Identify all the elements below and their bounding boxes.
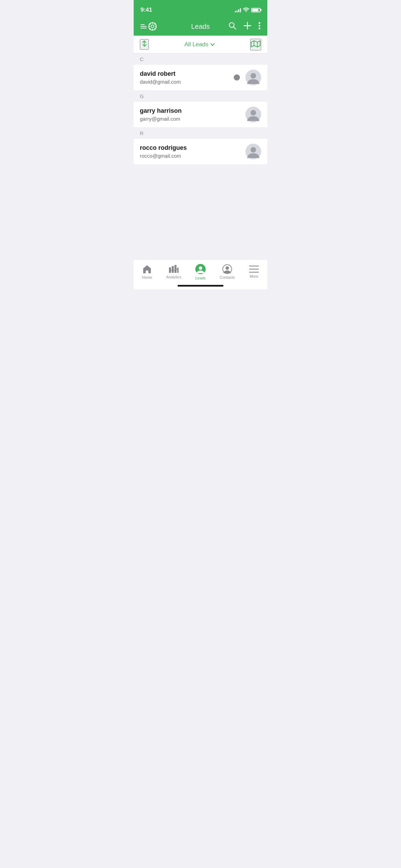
avatar-icon bbox=[245, 107, 261, 122]
nav-label-contacts: Contacts bbox=[220, 275, 234, 279]
hamburger-icon bbox=[141, 24, 147, 28]
svg-point-22 bbox=[251, 73, 256, 79]
nav-item-leads[interactable]: Leads bbox=[187, 264, 214, 280]
lead-email: rocco@gmail.com bbox=[140, 153, 245, 159]
sort-icon bbox=[141, 40, 148, 47]
svg-rect-28 bbox=[172, 266, 174, 273]
page-title: Leads bbox=[191, 23, 210, 31]
avatar-icon bbox=[245, 70, 261, 85]
lead-info: david robert david@gmail.com bbox=[140, 70, 234, 85]
svg-point-1 bbox=[151, 25, 154, 28]
nav-label-analytics: Analytics bbox=[166, 275, 181, 279]
nav-label-leads: Leads bbox=[195, 276, 206, 280]
empty-content bbox=[134, 165, 267, 259]
map-icon bbox=[251, 39, 260, 48]
svg-point-15 bbox=[259, 25, 260, 27]
app-header: Leads bbox=[134, 17, 267, 36]
nav-item-more[interactable]: More bbox=[241, 265, 267, 278]
home-indicator bbox=[178, 285, 223, 287]
signal-bars-icon bbox=[235, 8, 241, 12]
nav-item-analytics[interactable]: Analytics bbox=[160, 265, 187, 279]
svg-point-34 bbox=[226, 266, 229, 270]
lead-info: garry harrison garry@gmail.com bbox=[140, 107, 245, 122]
filter-bar: All Leads bbox=[134, 36, 267, 53]
lead-item[interactable]: rocco rodrigues rocco@gmail.com bbox=[134, 139, 267, 165]
lead-item[interactable]: garry harrison garry@gmail.com bbox=[134, 102, 267, 128]
more-icon bbox=[249, 265, 259, 273]
section-header-g: G bbox=[134, 91, 267, 102]
status-time: 9:41 bbox=[141, 7, 152, 13]
battery-icon bbox=[251, 8, 260, 12]
svg-point-26 bbox=[251, 147, 256, 153]
lead-email: david@gmail.com bbox=[140, 79, 234, 85]
status-icons bbox=[235, 8, 260, 12]
search-icon bbox=[228, 22, 236, 30]
svg-point-32 bbox=[199, 266, 202, 270]
svg-point-16 bbox=[259, 28, 260, 29]
search-button[interactable] bbox=[228, 22, 236, 31]
settings-button[interactable] bbox=[141, 22, 157, 31]
filter-text: All Leads bbox=[184, 41, 208, 48]
more-options-button[interactable] bbox=[258, 22, 260, 31]
leads-icon bbox=[195, 264, 206, 275]
filter-selector[interactable]: All Leads bbox=[184, 41, 215, 48]
svg-point-14 bbox=[259, 22, 260, 24]
wifi-icon bbox=[243, 8, 249, 12]
header-left bbox=[141, 22, 157, 31]
lead-name: rocco rodrigues bbox=[140, 144, 245, 152]
nav-item-contacts[interactable]: Contacts bbox=[214, 264, 241, 279]
add-button[interactable] bbox=[243, 22, 252, 31]
analytics-icon bbox=[169, 265, 179, 274]
lead-status-dot bbox=[234, 74, 240, 81]
avatar-icon bbox=[245, 144, 261, 159]
nav-label-more: More bbox=[250, 274, 258, 278]
status-bar: 9:41 bbox=[134, 0, 267, 17]
lead-avatar bbox=[245, 70, 261, 85]
map-button[interactable] bbox=[250, 39, 261, 50]
lead-name: david robert bbox=[140, 70, 234, 77]
lead-avatar bbox=[245, 107, 261, 122]
vertical-dots-icon bbox=[258, 22, 260, 30]
svg-line-11 bbox=[234, 27, 236, 29]
home-icon bbox=[142, 264, 152, 274]
lead-item[interactable]: david robert david@gmail.com bbox=[134, 65, 267, 91]
contacts-icon bbox=[222, 264, 232, 274]
svg-rect-29 bbox=[174, 265, 177, 273]
lead-email: garry@gmail.com bbox=[140, 116, 245, 122]
chevron-down-icon bbox=[210, 43, 215, 46]
nav-label-home: Home bbox=[142, 275, 152, 279]
lead-name: garry harrison bbox=[140, 107, 245, 114]
nav-item-home[interactable]: Home bbox=[134, 264, 160, 279]
plus-icon bbox=[243, 22, 252, 30]
lead-info: rocco rodrigues rocco@gmail.com bbox=[140, 144, 245, 159]
lead-avatar bbox=[245, 144, 261, 159]
gear-icon bbox=[148, 22, 157, 31]
section-header-c: C bbox=[134, 53, 267, 65]
section-header-r: R bbox=[134, 128, 267, 139]
leads-list: C david robert david@gmail.com G garry h… bbox=[134, 53, 267, 259]
svg-point-24 bbox=[251, 110, 256, 116]
header-actions bbox=[228, 22, 260, 31]
sort-button[interactable] bbox=[140, 39, 149, 50]
